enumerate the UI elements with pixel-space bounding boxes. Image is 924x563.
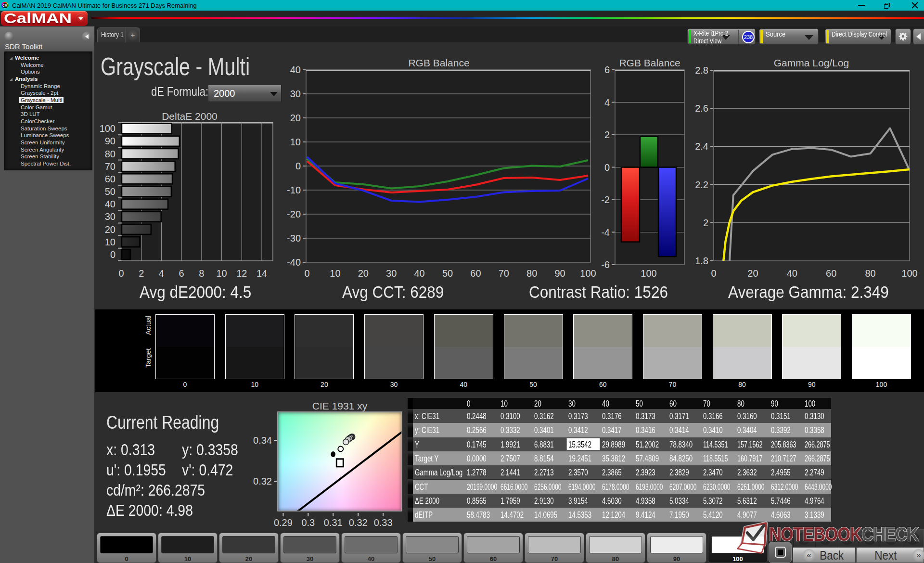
svg-text:100: 100 <box>100 123 116 134</box>
svg-text:Gamma Log/Log: Gamma Log/Log <box>774 58 849 68</box>
svg-text:8: 8 <box>199 268 204 279</box>
svg-text:4: 4 <box>604 97 610 108</box>
svg-text:40: 40 <box>105 199 116 209</box>
svg-text:0.31: 0.31 <box>324 517 343 528</box>
svg-text:30: 30 <box>290 89 301 99</box>
svg-text:14: 14 <box>257 268 267 279</box>
svg-text:-40: -40 <box>287 257 301 268</box>
svg-text:90: 90 <box>105 136 116 146</box>
svg-text:0: 0 <box>295 161 301 171</box>
svg-text:-30: -30 <box>287 233 301 243</box>
svg-text:20: 20 <box>747 268 758 279</box>
svg-text:0: 0 <box>304 268 309 279</box>
svg-text:60: 60 <box>105 174 116 184</box>
svg-text:-4: -4 <box>601 227 610 238</box>
svg-text:0: 0 <box>711 268 716 279</box>
svg-text:2.4: 2.4 <box>695 141 708 152</box>
svg-text:10: 10 <box>330 268 340 279</box>
svg-text:2: 2 <box>604 129 610 140</box>
svg-text:-2: -2 <box>601 194 610 205</box>
svg-text:0: 0 <box>110 249 116 260</box>
svg-text:0.29: 0.29 <box>274 517 293 528</box>
svg-text:10: 10 <box>290 137 301 147</box>
svg-text:2.8: 2.8 <box>695 65 708 76</box>
svg-text:0.33: 0.33 <box>374 517 393 528</box>
svg-text:100: 100 <box>641 268 656 279</box>
svg-text:NOTEBOOKCHECK: NOTEBOOKCHECK <box>769 523 919 545</box>
svg-text:40: 40 <box>787 268 797 279</box>
svg-text:2.6: 2.6 <box>695 103 708 114</box>
svg-text:10: 10 <box>216 268 227 279</box>
svg-text:6: 6 <box>604 64 610 75</box>
svg-text:0: 0 <box>118 268 124 279</box>
svg-text:0.32: 0.32 <box>349 517 368 528</box>
svg-text:40: 40 <box>414 268 424 279</box>
svg-text:80: 80 <box>105 149 116 159</box>
svg-text:DeltaE 2000: DeltaE 2000 <box>162 111 218 122</box>
svg-text:CIE 1931 xy: CIE 1931 xy <box>312 400 368 411</box>
svg-text:2: 2 <box>703 218 708 228</box>
svg-text:30: 30 <box>386 268 397 279</box>
svg-text:2.2: 2.2 <box>695 179 708 190</box>
svg-text:80: 80 <box>865 268 875 279</box>
svg-text:30: 30 <box>105 211 116 222</box>
svg-text:60: 60 <box>826 268 836 279</box>
svg-text:-6: -6 <box>601 259 610 270</box>
svg-text:12: 12 <box>236 268 247 279</box>
svg-text:6: 6 <box>179 268 184 279</box>
svg-text:100: 100 <box>580 268 596 279</box>
svg-text:RGB Balance: RGB Balance <box>408 58 469 68</box>
svg-text:20: 20 <box>290 113 301 123</box>
svg-text:0.34: 0.34 <box>253 435 272 446</box>
svg-text:2: 2 <box>139 268 144 279</box>
svg-text:40: 40 <box>290 64 301 75</box>
svg-text:0.32: 0.32 <box>253 476 272 486</box>
svg-text:-20: -20 <box>287 209 301 219</box>
svg-text:10: 10 <box>105 237 116 247</box>
svg-text:0: 0 <box>604 162 610 173</box>
svg-text:80: 80 <box>526 268 537 279</box>
svg-text:4: 4 <box>159 268 164 279</box>
svg-text:70: 70 <box>499 268 509 279</box>
svg-text:100: 100 <box>901 268 917 279</box>
svg-text:60: 60 <box>470 268 481 279</box>
svg-text:-10: -10 <box>287 185 301 195</box>
svg-text:50: 50 <box>442 268 453 279</box>
svg-text:50: 50 <box>105 186 116 197</box>
svg-text:RGB Balance: RGB Balance <box>619 58 680 68</box>
svg-text:0.3: 0.3 <box>301 517 315 528</box>
svg-text:1.8: 1.8 <box>695 256 708 266</box>
svg-text:90: 90 <box>554 268 565 279</box>
svg-text:20: 20 <box>105 224 116 235</box>
svg-text:20: 20 <box>358 268 369 279</box>
svg-text:70: 70 <box>105 161 116 172</box>
